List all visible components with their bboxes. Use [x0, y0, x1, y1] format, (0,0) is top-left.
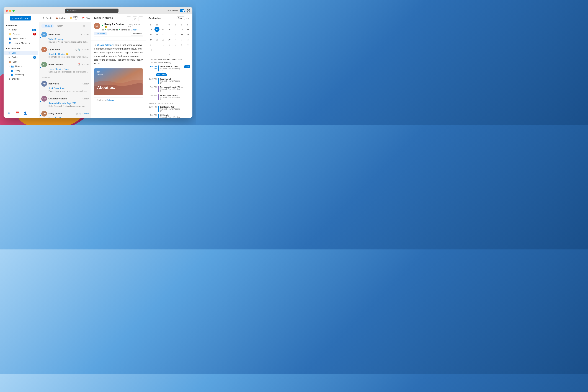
- email-footer: Sent from Outlook: [94, 97, 143, 103]
- inbox-icon: ✉: [8, 28, 10, 31]
- cal-day-2[interactable]: 2: [186, 37, 190, 42]
- hamburger-icon[interactable]: ☰: [6, 16, 8, 20]
- cal-day-22[interactable]: 22: [161, 32, 166, 37]
- cal-day-26[interactable]: 26: [186, 32, 190, 37]
- favorites-section[interactable]: ▾ Favorites: [4, 24, 39, 28]
- filter-icon[interactable]: ⊟: [83, 24, 85, 27]
- cal-day-7[interactable]: 7: [173, 42, 178, 48]
- message-item-daisy[interactable]: DP Daisy Phillips @ 📎 Sunday Upcoming Wo…: [39, 109, 91, 118]
- event-review-north[interactable]: 3:00 PM Review with North Win... Microso…: [148, 85, 191, 93]
- sidebar-item-sent[interactable]: 📤 Sent: [4, 60, 38, 64]
- cal-day-9[interactable]: 9: [186, 42, 190, 48]
- all-accounts-section[interactable]: ▾ All Accounts: [4, 47, 39, 50]
- cal-day-23[interactable]: 23: [167, 32, 172, 37]
- tab-other[interactable]: Other: [55, 24, 65, 28]
- calendar-nav-button[interactable]: 📅: [14, 110, 20, 116]
- cal-day-5[interactable]: 5: [161, 42, 166, 48]
- archive-button[interactable]: 📥 Archive: [54, 16, 68, 20]
- new-outlook-toggle[interactable]: [180, 9, 185, 12]
- sender-name-4: Henry Brill: [48, 82, 81, 85]
- cal-day-21[interactable]: 21: [154, 32, 160, 37]
- sidebar-item-marketing[interactable]: 👥 Marketing: [4, 73, 38, 76]
- sidebar-item-drafts[interactable]: ✏ Drafts 2: [4, 55, 38, 60]
- event-bar-6: [158, 114, 158, 118]
- tomorrow-header: Tomorrow • September 15, 2020: [148, 102, 191, 105]
- recipient-dot-2: [119, 29, 120, 30]
- cal-day-19[interactable]: 19: [186, 27, 190, 32]
- outlook-link[interactable]: Outlook: [106, 99, 114, 102]
- sidebar-item-projects[interactable]: 📁 Projects 8: [4, 32, 38, 36]
- search-box[interactable]: 🔍 Search: [65, 8, 118, 13]
- cal-day-8[interactable]: 8: [179, 42, 184, 48]
- reply-all-button[interactable]: ↩: [132, 16, 137, 22]
- calendar-collapse-arrow[interactable]: ∧: [148, 52, 191, 56]
- tab-focused[interactable]: Focused: [41, 24, 54, 28]
- cal-day-25[interactable]: 25: [179, 32, 184, 37]
- more-nav-button[interactable]: ···: [30, 110, 37, 116]
- sidebar-item-design[interactable]: 👥 Design: [4, 68, 38, 72]
- chat-icon[interactable]: 💬: [187, 9, 190, 12]
- reply-button[interactable]: ←: [126, 16, 131, 22]
- chevron-down-icon: ▾: [6, 24, 7, 27]
- event-intern-meetgreet[interactable]: ▶ 10:00 AM Intern Meet & Greet Microsoft…: [148, 65, 191, 72]
- cal-day-27[interactable]: 27: [148, 37, 153, 42]
- maximize-button[interactable]: [12, 10, 14, 12]
- message-item-henry[interactable]: HB Henry Brill Sunday Book Cover Ideas F…: [39, 79, 91, 94]
- more-recipients[interactable]: +1 more: [130, 29, 138, 31]
- move-to-button[interactable]: 📂 Move to: [68, 15, 80, 22]
- cal-day-16[interactable]: 16: [167, 27, 172, 32]
- today-button[interactable]: Today: [176, 16, 185, 20]
- new-outlook-label: New Outlook: [166, 10, 178, 12]
- cal-day-14[interactable]: 14: [154, 27, 160, 32]
- message-item-charlotte[interactable]: CW Charlotte Waltson Sunday Research Rep…: [39, 94, 91, 109]
- mail-nav-button[interactable]: ✉: [6, 110, 12, 116]
- sidebar-item-lucerne[interactable]: 👤 Lucerne Marketing: [4, 41, 38, 45]
- cal-day-6[interactable]: 6: [167, 42, 172, 48]
- cal-day-30[interactable]: 30: [167, 37, 172, 42]
- close-button[interactable]: [6, 10, 8, 12]
- message-item-lydia[interactable]: LB Lydia Bauer @ 📎 9:19 AM Ready for Rev…: [39, 45, 91, 60]
- event-robin-katri[interactable]: 12:00 PM 1:1 Robin / Katri Microsoft Tea…: [148, 105, 191, 112]
- cal-day-20[interactable]: 20: [148, 32, 153, 37]
- message-item-robert[interactable]: RT Robert Tolbert 📅 8:31 AM Leads Planni…: [39, 60, 91, 75]
- sidebar-item-robin-counts[interactable]: 👤 Robin Counts: [4, 36, 38, 41]
- cal-day-29[interactable]: 29: [161, 37, 166, 42]
- cal-day-1[interactable]: 1: [179, 37, 184, 42]
- people-nav-button[interactable]: 👤: [22, 110, 28, 116]
- event-details-1: Intern Meet & Greet Microsoft Teams Meet…: [160, 66, 183, 72]
- event-bar-5: [158, 106, 158, 112]
- event-all-hands[interactable]: 1:30 PM All Hands Microsoft Teams Meetin…: [148, 113, 191, 118]
- flag-button[interactable]: 🚩 Flag: [81, 16, 91, 20]
- cal-day-3[interactable]: 3: [148, 42, 153, 48]
- learn-more-button[interactable]: Learn More: [130, 32, 143, 36]
- cal-day-18[interactable]: 18: [179, 27, 184, 32]
- cal-day-13[interactable]: 13: [148, 27, 153, 32]
- calendar-attach-icon: 📅: [78, 64, 80, 66]
- calendar-more-icon[interactable]: ···: [188, 17, 190, 20]
- cal-day-4[interactable]: 4: [154, 42, 160, 48]
- event-virtual-happy-hour[interactable]: 5:00 PM Virtual Happy Hour Microsoft Tea…: [148, 94, 191, 101]
- sort-icon[interactable]: ↓: [88, 24, 89, 27]
- message-item-mona[interactable]: MK Mona Kane 10:21 AM Virtual Planning H…: [39, 30, 91, 45]
- cal-day-17[interactable]: 17: [173, 27, 178, 32]
- cal-day-28[interactable]: 28: [154, 37, 160, 42]
- minimize-button[interactable]: [9, 10, 11, 12]
- forward-button[interactable]: →: [138, 16, 143, 22]
- new-message-button[interactable]: ✏ New Message: [10, 16, 31, 20]
- cal-day-dots[interactable]: ⋯: [173, 37, 178, 42]
- sidebar-item-groups[interactable]: ▾ 👥 Groups: [4, 64, 38, 68]
- avatar-2: LB: [41, 47, 47, 52]
- sidebar-item-sent-active[interactable]: ✉ Sent: [4, 51, 38, 55]
- delete-button[interactable]: 🗑 Delete: [41, 16, 54, 20]
- cal-day-24[interactable]: 24: [173, 32, 178, 37]
- sidebar-item-inbox[interactable]: ✉ Inbox 12: [4, 28, 38, 32]
- join-button[interactable]: Join: [184, 66, 190, 68]
- all-day-label-1: All day: [148, 58, 156, 60]
- event-team-lunch[interactable]: 12:00 AM Team Lunch Microsoft Teams Meet…: [148, 77, 191, 85]
- cal-day-15[interactable]: 15: [161, 27, 166, 32]
- sidebar-item-deleted[interactable]: 🗑 Deleted: [4, 77, 38, 81]
- recipients-row: To: Katri Ahokas Henry Brill +1 more: [102, 29, 143, 31]
- add-event-icon[interactable]: +: [186, 17, 188, 20]
- event-title-6: All Hands: [160, 114, 190, 116]
- cal-day-10[interactable]: 10: [148, 48, 153, 52]
